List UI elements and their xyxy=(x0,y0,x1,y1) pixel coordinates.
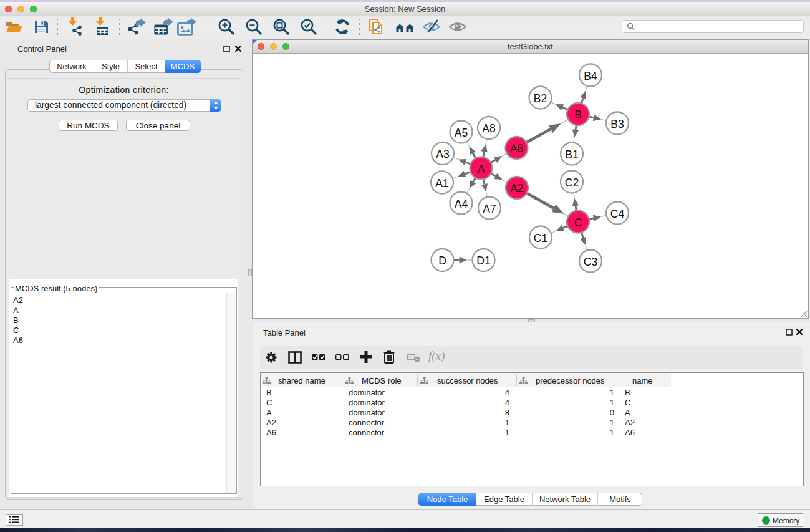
svg-text:C2: C2 xyxy=(565,177,579,189)
svg-text:B3: B3 xyxy=(610,118,624,130)
svg-text:A2: A2 xyxy=(510,182,523,195)
svg-text:C4: C4 xyxy=(610,208,625,220)
svg-text:B1: B1 xyxy=(565,148,578,161)
svg-text:C1: C1 xyxy=(534,232,547,244)
svg-text:C3: C3 xyxy=(584,256,597,268)
svg-text:A6: A6 xyxy=(510,142,523,155)
svg-text:A8: A8 xyxy=(482,122,495,135)
svg-text:B4: B4 xyxy=(584,70,597,82)
svg-text:B2: B2 xyxy=(534,92,547,105)
svg-text:A5: A5 xyxy=(455,127,468,139)
svg-text:A4: A4 xyxy=(455,198,468,210)
svg-text:D: D xyxy=(438,254,446,267)
svg-text:A3: A3 xyxy=(436,148,449,160)
svg-text:C: C xyxy=(574,216,582,229)
svg-text:A7: A7 xyxy=(483,203,496,215)
svg-text:B: B xyxy=(574,109,582,121)
svg-text:D1: D1 xyxy=(476,254,490,267)
svg-text:A: A xyxy=(478,163,485,175)
svg-text:A1: A1 xyxy=(435,177,448,190)
